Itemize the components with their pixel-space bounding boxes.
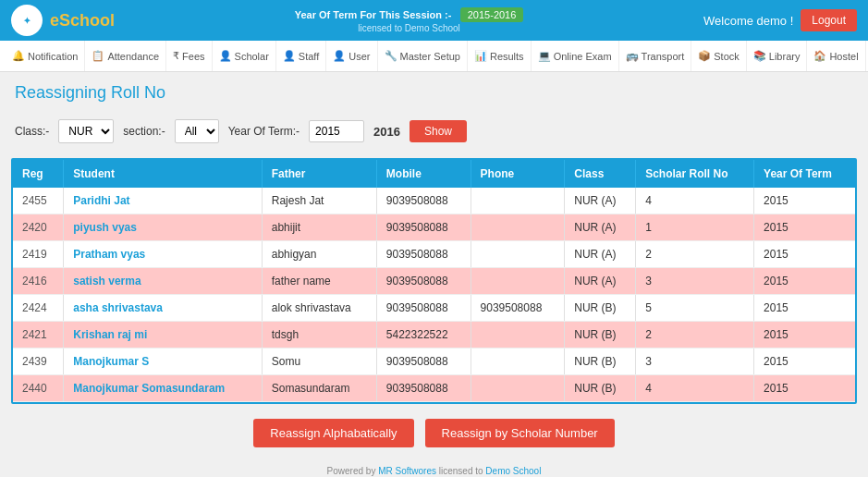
class-label: Class:-	[15, 125, 49, 138]
nav-online-exam[interactable]: 💻Online Exam	[532, 41, 619, 71]
col-phone: Phone	[471, 160, 565, 188]
table-cell: Rajesh Jat	[262, 188, 376, 214]
table-cell: 2455	[13, 188, 64, 214]
col-roll: Scholar Roll No	[636, 160, 754, 188]
table-cell: 5	[636, 295, 754, 322]
table-cell: 2440	[13, 375, 64, 402]
nav-library[interactable]: 📚Library	[747, 41, 808, 71]
transport-icon: 🚌	[626, 50, 639, 62]
bottom-actions: Reassign Alphabatically Reassign by Scho…	[0, 404, 868, 462]
nav-scholar[interactable]: 👤Scholar	[213, 41, 276, 71]
table-cell: satish verma	[64, 268, 263, 295]
table-cell: Manojkumar Somasundaram	[64, 375, 263, 402]
table-row: 2416satish vermafather name9039508088NUR…	[13, 268, 855, 295]
reassign-scholar-button[interactable]: Reassign by Scholar Number	[425, 419, 615, 447]
year-dash: 2016	[373, 125, 400, 139]
footer-school-link[interactable]: Demo School	[485, 466, 541, 476]
table-cell: NUR (A)	[565, 241, 636, 268]
page-title: Reassigning Roll No	[0, 72, 868, 110]
welcome-area: Welcome demo ! Logout	[703, 9, 857, 31]
table-cell: 4	[636, 375, 754, 402]
table-cell: 3	[636, 268, 754, 295]
nav-transport[interactable]: 🚌Transport	[619, 41, 692, 71]
col-class: Class	[565, 160, 636, 188]
student-table: Reg Student Father Mobile Phone Class Sc…	[13, 160, 855, 402]
nav-master-setup[interactable]: 🔧Master Setup	[378, 41, 468, 71]
nav-stock[interactable]: 📦Stock	[691, 41, 747, 71]
navigation: 🔔Notification 📋Attendance ₹Fees 👤Scholar…	[0, 41, 868, 72]
table-cell: asha shrivastava	[64, 295, 263, 322]
table-cell	[471, 375, 565, 402]
table-cell: NUR (B)	[565, 322, 636, 349]
table-cell: 9039508088	[376, 214, 471, 241]
library-icon: 📚	[753, 50, 766, 62]
welcome-text: Welcome demo !	[703, 14, 793, 28]
year-from-input[interactable]	[309, 120, 364, 142]
table-cell: piyush vyas	[64, 214, 263, 241]
table-cell	[471, 322, 565, 349]
table-cell: tdsgh	[262, 322, 376, 349]
table-cell: 2015	[754, 188, 855, 214]
exam-icon: 💻	[538, 50, 551, 62]
section-select[interactable]: All A B C	[175, 119, 219, 143]
setup-icon: 🔧	[385, 50, 397, 62]
nav-results[interactable]: 📊Results	[468, 41, 532, 71]
table-cell: NUR (B)	[565, 375, 636, 402]
table-body: 2455Paridhi JatRajesh Jat9039508088NUR (…	[13, 188, 855, 402]
table-cell: NUR (A)	[565, 214, 636, 241]
table-cell: Pratham vyas	[64, 241, 263, 268]
table-cell: 9039508088	[376, 349, 471, 375]
table-row: 2455Paridhi JatRajesh Jat9039508088NUR (…	[13, 188, 855, 214]
footer-link[interactable]: MR Softwores	[378, 466, 436, 476]
nav-attendance[interactable]: 📋Attendance	[85, 41, 166, 71]
table-cell	[471, 241, 565, 268]
table-cell: abhigyan	[262, 241, 376, 268]
table-cell: 2015	[754, 295, 855, 322]
table-cell: abhijit	[262, 214, 376, 241]
year-label: Year Of Term:-	[228, 125, 300, 138]
table-cell: 2439	[13, 349, 64, 375]
session-info: Year Of Term For This Session :- 2015-20…	[295, 8, 524, 33]
table-cell: NUR (A)	[565, 268, 636, 295]
table-cell: NUR (B)	[565, 295, 636, 322]
nav-hostel[interactable]: 🏠Hostel	[807, 41, 865, 71]
table-row: 2421Krishan raj mitdsgh5422322522NUR (B)…	[13, 322, 855, 349]
logo-school: School	[59, 11, 115, 30]
fees-icon: ₹	[173, 50, 179, 62]
table-cell: 2	[636, 322, 754, 349]
reassign-alpha-button[interactable]: Reassign Alphabatically	[253, 419, 413, 447]
table-header: Reg Student Father Mobile Phone Class Sc…	[13, 160, 855, 188]
table-cell: 2	[636, 241, 754, 268]
table-cell: 9039508088	[376, 375, 471, 402]
logo-e: e	[50, 11, 59, 30]
attendance-icon: 📋	[92, 50, 104, 62]
nav-notification[interactable]: 🔔Notification	[6, 41, 85, 71]
nav-user[interactable]: 👤User	[326, 41, 377, 71]
table-cell: Paridhi Jat	[64, 188, 263, 214]
col-reg: Reg	[13, 160, 64, 188]
show-button[interactable]: Show	[410, 120, 467, 142]
table-cell	[471, 214, 565, 241]
user-icon: 👤	[333, 50, 346, 62]
col-year: Year Of Term	[754, 160, 855, 188]
session-label-row: Year Of Term For This Session :- 2015-20…	[295, 8, 524, 21]
notification-icon: 🔔	[12, 50, 25, 62]
class-select[interactable]: NUR 1 2 3	[58, 119, 114, 143]
nav-fees[interactable]: ₹Fees	[166, 41, 212, 71]
logo-text: eSchool	[50, 11, 115, 31]
table-cell: alok shrivastava	[262, 295, 376, 322]
table-cell: 5422322522	[376, 322, 471, 349]
table-cell: 2015	[754, 268, 855, 295]
logout-button[interactable]: Logout	[801, 9, 857, 31]
filter-row: Class:- NUR 1 2 3 section:- All A B C Ye…	[0, 110, 868, 158]
session-badge: 2015-2016	[460, 7, 524, 22]
table-cell: NUR (B)	[565, 349, 636, 375]
footer: Powered by MR Softwores licensed to Demo…	[0, 462, 868, 477]
table-cell: 9039508088	[376, 268, 471, 295]
table-cell: 9039508088	[471, 295, 565, 322]
table-cell: 2419	[13, 241, 64, 268]
results-icon: 📊	[474, 50, 487, 62]
nav-staff[interactable]: 👤Staff	[276, 41, 326, 71]
logo-area: ✦ eSchool	[11, 5, 115, 36]
col-student: Student	[64, 160, 263, 188]
